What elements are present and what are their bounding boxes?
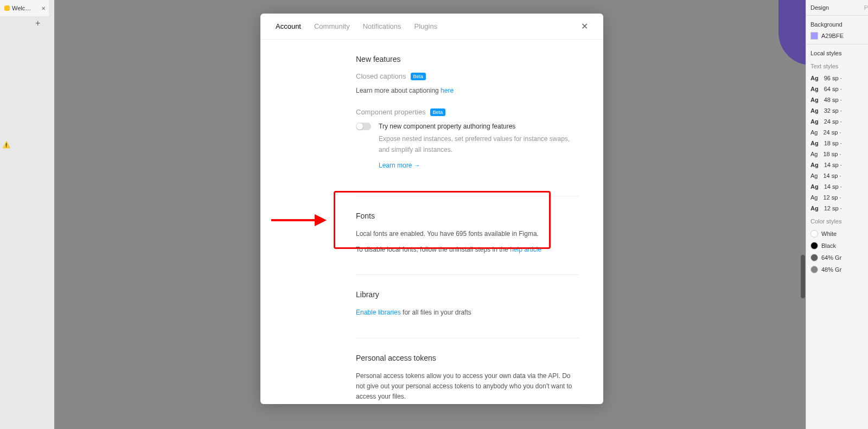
text-style-item[interactable]: Ag18 sp · [810,140,868,146]
fonts-status: Local fonts are enabled. You have 695 fo… [356,229,579,239]
background-color[interactable]: A29BFE [810,32,868,40]
library-text: Enable libraries for all files in your d… [356,308,579,318]
tab-account[interactable]: Account [276,22,301,30]
color-style-item[interactable]: 64% Gr [810,254,868,261]
captions-text: Learn more about captioning here [356,86,579,96]
divider [356,274,579,275]
text-style-item[interactable]: Ag24 sp · [810,129,868,136]
divider [356,338,579,338]
new-features-section: New features Closed captions Beta Learn … [356,55,579,176]
text-style-item[interactable]: Ag48 sp · [810,97,868,103]
color-style-item[interactable]: 48% Gr [810,266,868,273]
text-styles-label: Text styles [810,63,868,69]
new-tab-button[interactable]: + [35,18,40,28]
color-style-item[interactable]: Black [810,242,868,249]
color-swatch [810,32,818,40]
file-tab[interactable]: Welc… ✕ [0,0,49,16]
right-panel: Design P Background A29BFE Local styles … [806,0,868,429]
component-props-row: Component properties Beta [356,108,579,116]
file-icon [4,5,10,11]
fonts-heading: Fonts [356,212,579,220]
tokens-heading: Personal access tokens [356,354,579,362]
divider [356,196,579,196]
tab-community[interactable]: Community [314,22,350,30]
text-style-item[interactable]: Ag14 sp · [810,172,868,179]
captions-link[interactable]: here [441,87,454,94]
beta-badge: Beta [430,108,446,116]
text-style-item[interactable]: Ag12 sp · [810,194,868,201]
enable-libraries-link[interactable]: Enable libraries [356,309,401,316]
warning-icon: ⚠️ [2,141,10,149]
annotation-arrow [271,214,331,225]
tokens-section: Personal access tokens Personal access t… [356,354,579,405]
library-section: Library Enable libraries for all files i… [356,290,579,318]
toggle-title: Try new component property authoring fea… [379,121,579,132]
text-style-item[interactable]: Ag14 sp · [810,162,868,168]
color-styles-label: Color styles [810,218,868,225]
learn-more-link[interactable]: Learn more → [379,162,420,169]
text-style-item[interactable]: Ag12 sp · [810,205,868,212]
help-article-link[interactable]: help article [510,246,541,253]
background-label: Background [810,21,868,28]
settings-modal: Account Community Notifications Plugins … [260,14,603,404]
modal-tabs: Account Community Notifications Plugins … [260,14,603,40]
closed-captions-row: Closed captions Beta [356,72,579,80]
fonts-disable-text: To disable local fonts, follow the unins… [356,245,579,255]
component-toggle-row: Try new component property authoring fea… [356,121,579,176]
tab-notifications[interactable]: Notifications [363,22,401,30]
tokens-desc: Personal access tokens allow you to acce… [356,371,579,402]
text-style-item[interactable]: Ag18 sp · [810,151,868,157]
toggle-desc: Expose nested instances, set preferred v… [379,134,579,155]
left-panel: Welc… ✕ + ⚠️ [0,0,54,429]
text-style-item[interactable]: Ag14 sp · [810,183,868,190]
tab-plugins[interactable]: Plugins [414,22,438,30]
fonts-section: Fonts Local fonts are enabled. You have … [356,212,579,255]
text-style-item[interactable]: Ag32 sp · [810,107,868,114]
text-style-item[interactable]: Ag64 sp · [810,86,868,92]
text-style-item[interactable]: Ag96 sp · [810,75,868,81]
close-modal-button[interactable]: ✕ [581,21,588,31]
canvas-scrollbar[interactable] [801,255,805,298]
file-tab-label: Welc… [12,5,31,11]
text-style-item[interactable]: Ag24 sp · [810,118,868,125]
component-toggle[interactable] [356,123,371,130]
color-style-item[interactable]: White [810,230,868,238]
new-features-heading: New features [356,55,579,63]
beta-badge: Beta [411,73,426,80]
library-heading: Library [356,290,579,299]
close-icon[interactable]: ✕ [41,5,46,11]
design-tab[interactable]: Design P [810,4,868,11]
local-styles-label: Local styles [810,50,868,56]
